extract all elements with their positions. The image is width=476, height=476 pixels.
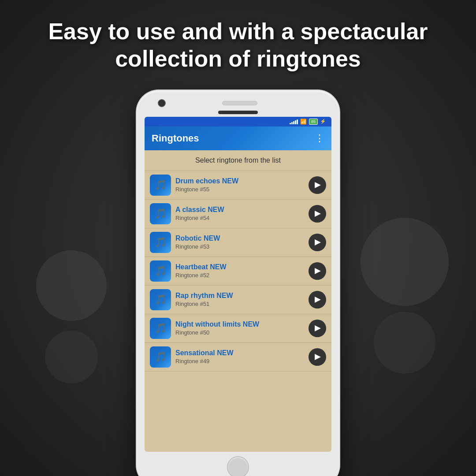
ringtone-number: Ringtone #51 bbox=[175, 301, 304, 307]
phone-shell: 📶 85 ⚡ Ringtones ⋮ Select ringtone from … bbox=[137, 90, 339, 476]
play-button[interactable] bbox=[309, 348, 326, 366]
list-item[interactable]: 🎵 Rap rhythm NEW Ringtone #51 bbox=[145, 286, 331, 314]
play-icon bbox=[315, 182, 321, 188]
phone-speaker bbox=[222, 101, 257, 105]
phone-top-bar bbox=[145, 99, 331, 107]
status-bar: 📶 85 ⚡ bbox=[145, 117, 331, 126]
list-item[interactable]: 🎵 Drum echoes NEW Ringtone #55 bbox=[145, 171, 331, 200]
play-icon bbox=[315, 211, 321, 217]
ringtone-number: Ringtone #50 bbox=[175, 329, 304, 336]
signal-bars-icon bbox=[290, 119, 298, 124]
phone-screen: 📶 85 ⚡ Ringtones ⋮ Select ringtone from … bbox=[145, 117, 331, 452]
music-icon: 🎵 bbox=[150, 203, 171, 224]
ringtone-info: Rap rhythm NEW Ringtone #51 bbox=[175, 292, 304, 307]
list-item[interactable]: 🎵 Robotic NEW Ringtone #53 bbox=[145, 228, 331, 257]
music-icon: 🎵 bbox=[150, 346, 171, 368]
ringtone-info: A classic NEW Ringtone #54 bbox=[175, 206, 304, 221]
music-icon: 🎵 bbox=[150, 260, 171, 282]
ringtone-info: Night without limits NEW Ringtone #50 bbox=[175, 320, 304, 336]
ringtone-info: Drum echoes NEW Ringtone #55 bbox=[175, 177, 304, 193]
battery-level: 85 bbox=[311, 119, 316, 124]
wifi-icon: 📶 bbox=[300, 119, 307, 125]
ringtone-info: Sensational NEW Ringtone #49 bbox=[175, 349, 304, 364]
list-item[interactable]: 🎵 Night without limits NEW Ringtone #50 bbox=[145, 314, 331, 343]
ringtone-name: Heartbeat NEW bbox=[175, 263, 304, 271]
front-camera bbox=[158, 99, 166, 107]
signal-bar-2 bbox=[291, 122, 293, 124]
list-item[interactable]: 🎵 Heartbeat NEW Ringtone #52 bbox=[145, 257, 331, 286]
ringtone-number: Ringtone #54 bbox=[175, 215, 304, 221]
ringtone-list: 🎵 Drum echoes NEW Ringtone #55 🎵 A class… bbox=[145, 171, 331, 372]
list-item[interactable]: 🎵 Sensational NEW Ringtone #49 bbox=[145, 343, 331, 372]
menu-button[interactable]: ⋮ bbox=[315, 133, 324, 144]
ringtone-name: A classic NEW bbox=[175, 206, 304, 214]
play-button[interactable] bbox=[309, 262, 326, 280]
battery-indicator: 85 bbox=[309, 119, 318, 125]
earpiece-bar bbox=[218, 111, 258, 114]
subtitle-text: Select ringtone from the list bbox=[195, 156, 281, 164]
ringtone-name: Robotic NEW bbox=[175, 234, 304, 242]
music-icon: 🎵 bbox=[150, 289, 171, 310]
ringtone-name: Drum echoes NEW bbox=[175, 177, 304, 185]
ringtone-info: Heartbeat NEW Ringtone #52 bbox=[175, 263, 304, 279]
signal-bar-5 bbox=[297, 119, 298, 124]
play-icon bbox=[315, 297, 321, 303]
subtitle-bar: Select ringtone from the list bbox=[145, 150, 331, 171]
home-button[interactable] bbox=[227, 456, 249, 476]
ringtone-name: Sensational NEW bbox=[175, 349, 304, 357]
play-icon bbox=[315, 239, 321, 245]
app-title: Ringtones bbox=[152, 133, 199, 144]
app-header: Ringtones ⋮ bbox=[145, 126, 331, 150]
phone-earpiece bbox=[145, 111, 331, 114]
ringtone-name: Rap rhythm NEW bbox=[175, 292, 304, 300]
music-icon: 🎵 bbox=[150, 232, 171, 253]
phone-mockup: 📶 85 ⚡ Ringtones ⋮ Select ringtone from … bbox=[0, 90, 476, 476]
signal-bar-3 bbox=[293, 121, 294, 124]
phone-bottom-bar bbox=[145, 456, 331, 476]
ringtone-name: Night without limits NEW bbox=[175, 320, 304, 328]
ringtone-number: Ringtone #55 bbox=[175, 186, 304, 193]
ringtone-number: Ringtone #49 bbox=[175, 358, 304, 364]
play-button[interactable] bbox=[309, 320, 326, 337]
ringtone-number: Ringtone #52 bbox=[175, 272, 304, 279]
ringtone-info: Robotic NEW Ringtone #53 bbox=[175, 234, 304, 250]
play-button[interactable] bbox=[309, 205, 326, 223]
placeholder bbox=[314, 101, 318, 105]
list-item[interactable]: 🎵 A classic NEW Ringtone #54 bbox=[145, 200, 331, 228]
signal-bar-1 bbox=[290, 123, 291, 124]
ringtone-number: Ringtone #53 bbox=[175, 243, 304, 250]
play-icon bbox=[315, 325, 321, 331]
play-icon bbox=[315, 268, 321, 274]
play-button[interactable] bbox=[309, 291, 326, 309]
status-icons: 📶 85 ⚡ bbox=[290, 119, 326, 125]
play-icon bbox=[315, 354, 321, 360]
music-icon: 🎵 bbox=[150, 318, 171, 339]
music-icon: 🎵 bbox=[150, 175, 171, 196]
charging-icon: ⚡ bbox=[320, 119, 326, 124]
play-button[interactable] bbox=[309, 176, 326, 194]
page-header: Easy to use and with a spectacular colle… bbox=[0, 0, 476, 86]
signal-bar-4 bbox=[295, 120, 296, 124]
play-button[interactable] bbox=[309, 234, 326, 251]
